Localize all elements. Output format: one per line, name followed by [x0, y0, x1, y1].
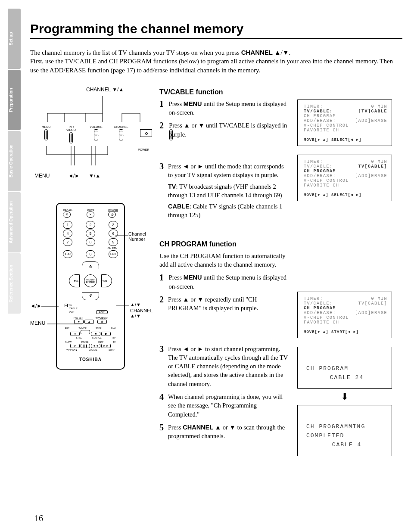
chapter-tabs: Set up Preparation Basic Operation Advan… — [8, 9, 21, 314]
remote-diagram: RECALL⟲ MUTE✕ POWER⏻ 123 456 789 CH RTN … — [56, 203, 125, 370]
tvcable-step2: Press ▲ or ▼ until TV/CABLE is displayed… — [169, 121, 289, 139]
step-num: 3 — [159, 162, 164, 220]
tvcable-step1: Press MENU until the Setup menu is displ… — [169, 100, 289, 117]
callout-channel-ud: CHANNEL ▲/▼ — [130, 308, 153, 318]
panel-bottom-menu: MENU — [34, 173, 50, 179]
step-num: 1 — [159, 273, 165, 291]
step-num: 1 — [159, 100, 165, 117]
panel-led — [139, 125, 153, 137]
tab-advanced: Advanced Operation — [8, 192, 21, 252]
chprog-step3: Press ◄ or ► to start channel programmin… — [168, 345, 289, 388]
osd-screen-3: TIMER:0 MIN TV/CABLE:TV[CABLE] CH PROGRA… — [297, 292, 392, 338]
panel-bottom-arrows2: ▼/▲ — [89, 173, 100, 179]
tab-basic: Basic Operation — [8, 131, 21, 191]
tv-top-panel-diagram: CHANNEL ▼/▲ MENU TV / VIDEO — [30, 87, 151, 177]
arrow-down-icon: ⬇ — [297, 391, 392, 402]
callout-arrows-ud: ▲/▼ — [130, 302, 141, 307]
panel-power-btn — [164, 125, 178, 140]
title-rule — [30, 38, 402, 39]
remote-dpad: ▲CH CH▼ ◄VOL VOL► MENU/ ENTER — [67, 261, 114, 300]
callout-menu: MENU — [30, 320, 45, 326]
osd-completed: CH PROGRAMMING COMPLETED CABLE 4 — [297, 405, 392, 456]
step-num: 4 — [159, 392, 164, 419]
panel-tvvideo-btn: TV / VIDEO — [64, 125, 78, 143]
panel-volume-btn: VOLUME○○○○○○ — [89, 125, 103, 140]
chprogram-desc: Use the CH PROGRAM function to automatic… — [159, 252, 289, 269]
step-num: 5 — [159, 423, 164, 441]
page-title: Programming the channel memory — [30, 22, 402, 36]
callout-channel-number: Channel Number — [128, 231, 146, 242]
osd-screen-2: TIMER:0 MIN TV/CABLE:TV[CABLE] CH PROGRA… — [297, 155, 392, 201]
step-num: 2 — [159, 295, 164, 313]
panel-menu-btn: MENU — [39, 125, 53, 140]
chprog-step4: When channel programming is done, you wi… — [168, 392, 289, 419]
osd-progress: CH PROGRAM CABLE 24 — [297, 347, 392, 389]
chprogram-heading: CH PROGRAM function — [159, 240, 289, 248]
tab-reference: Reference Section — [8, 253, 21, 314]
panel-channel-label: CHANNEL ▼/▲ — [86, 87, 124, 93]
chprog-step1: Press MENU until the Setup menu is displ… — [169, 273, 289, 291]
intro-paragraph: The channel memory is the list of TV cha… — [30, 48, 402, 75]
tvcable-heading: TV/CABLE function — [159, 88, 289, 96]
page-number: 16 — [34, 513, 43, 523]
tab-setup: Set up — [8, 9, 21, 69]
tab-preparation: Preparation — [8, 70, 21, 130]
chprog-step5: Press CHANNEL ▲ or ▼ to scan through the… — [168, 423, 289, 441]
step-num: 3 — [159, 345, 164, 388]
tvcable-step3: Press ◄ or ► until the mode that corresp… — [168, 162, 289, 220]
remote-brand: TOSHIBA — [60, 357, 121, 362]
panel-channel-btn: CHANNEL○○○○○○ — [114, 125, 128, 140]
chprog-step2: Press ▲ or ▼ repeatedly until "CH PROGRA… — [168, 295, 289, 313]
osd-screen-1: TIMER:0 MIN TV/CABLE:[TV]CABLE CH PROGRA… — [297, 100, 392, 146]
panel-bottom-arrows1: ◄/► — [68, 173, 80, 179]
callout-arrows-lr: ◄/► — [30, 303, 42, 309]
